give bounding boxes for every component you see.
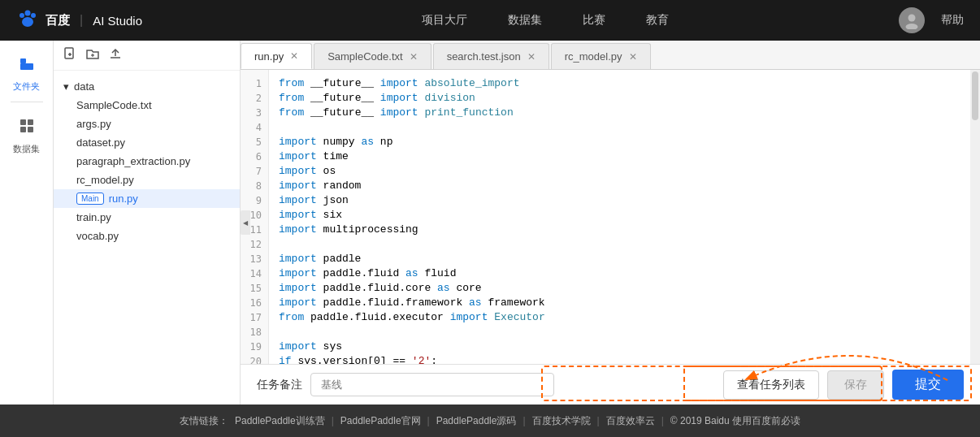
nav-link-projects[interactable]: 项目大厅: [422, 13, 467, 28]
file-item[interactable]: dataset.py: [54, 133, 240, 152]
code-line: from __future__ import absolute_import: [279, 76, 970, 91]
new-folder-icon[interactable]: [86, 47, 99, 63]
submit-button[interactable]: 提交: [892, 370, 964, 400]
new-file-icon[interactable]: [63, 47, 76, 63]
code-line: import paddle.fluid.framework as framewo…: [279, 296, 970, 310]
tab-label: rc_model.py: [565, 50, 622, 63]
tab-run-py[interactable]: run.py ✕: [241, 43, 312, 69]
editor-area: ◀ run.py ✕ SampleCode.txt ✕ search.test.…: [241, 41, 980, 405]
file-item[interactable]: rc_model.py: [54, 171, 240, 189]
code-line: import multiprocessing: [279, 223, 970, 237]
tab-close-icon[interactable]: ✕: [290, 50, 298, 62]
svg-point-2: [31, 13, 36, 18]
folder-chevron: ▾: [63, 80, 69, 93]
submit-bar-left: 任务备注: [257, 373, 710, 396]
file-item[interactable]: SampleCode.txt: [54, 96, 240, 115]
logo-ai-studio: AI Studio: [93, 14, 142, 28]
file-item[interactable]: train.py: [54, 208, 240, 227]
submit-bar-right: 查看任务列表 保存 提交: [723, 370, 964, 400]
nav-link-compete[interactable]: 比赛: [583, 13, 605, 28]
logo-divider: |: [80, 13, 83, 28]
sidebar-dataset-label: 数据集: [13, 143, 40, 155]
svg-rect-12: [65, 48, 73, 58]
sidebar-divider: [11, 102, 43, 102]
svg-point-4: [908, 15, 916, 22]
svg-rect-7: [20, 63, 33, 70]
file-item[interactable]: args.py: [54, 115, 240, 133]
sidebar: 文件夹 数据集: [0, 41, 54, 405]
folder-data[interactable]: ▾ data: [54, 77, 240, 96]
footer: 友情链接： PaddlePaddle训练营 | PaddlePaddle官网 |…: [0, 405, 980, 437]
nav-right: 帮助: [899, 7, 964, 33]
file-item[interactable]: paragraph_extraction.py: [54, 152, 240, 171]
main-layout: 文件夹 数据集: [0, 41, 980, 405]
baidu-logo: [16, 9, 39, 32]
tab-label: SampleCode.txt: [327, 50, 403, 63]
nav-link-datasets[interactable]: 数据集: [508, 13, 542, 28]
sidebar-files-icon[interactable]: [11, 49, 43, 77]
footer-link-3[interactable]: PaddlePaddle源码: [436, 414, 517, 428]
tab-search-json[interactable]: search.test.json ✕: [433, 43, 549, 69]
code-line: import numpy as np: [279, 135, 970, 149]
svg-point-0: [20, 13, 24, 18]
upload-icon[interactable]: [109, 47, 122, 63]
tab-close-icon[interactable]: ✕: [527, 51, 536, 63]
tab-rc-model[interactable]: rc_model.py ✕: [551, 43, 651, 69]
code-line: import paddle.fluid.core as core: [279, 281, 970, 296]
sidebar-dataset-icon[interactable]: [11, 111, 43, 140]
svg-point-3: [22, 17, 33, 27]
scrollbar-thumb[interactable]: [972, 71, 978, 120]
view-tasks-button[interactable]: 查看任务列表: [723, 370, 819, 400]
baseline-input[interactable]: [310, 373, 554, 396]
tab-label: search.test.json: [447, 50, 521, 63]
file-name: vocab.py: [76, 230, 119, 242]
tab-close-icon[interactable]: ✕: [629, 51, 637, 63]
file-panel: ▾ data SampleCode.txt args.py dataset.py…: [54, 41, 241, 405]
task-label: 任务备注: [257, 378, 302, 392]
tab-samplecode[interactable]: SampleCode.txt ✕: [314, 43, 431, 69]
code-line: import time: [279, 149, 970, 164]
svg-rect-8: [20, 119, 26, 125]
sidebar-files-label: 文件夹: [13, 80, 40, 93]
code-line: import random: [279, 179, 970, 193]
nav-help[interactable]: 帮助: [941, 13, 964, 28]
code-editor[interactable]: from __future__ import absolute_import f…: [269, 70, 980, 364]
file-name: args.py: [76, 118, 111, 130]
editor-tabs: run.py ✕ SampleCode.txt ✕ search.test.js…: [241, 41, 980, 70]
file-name: run.py: [109, 193, 138, 205]
save-button[interactable]: 保存: [827, 370, 884, 400]
file-name: train.py: [76, 211, 111, 223]
code-line: import sys: [279, 340, 970, 354]
code-line: import os: [279, 164, 970, 179]
code-line: from paddle.fluid.executor import Execut…: [279, 310, 970, 325]
editor-content: 1234 5678 9101112 13141516 17181920 2122…: [241, 70, 980, 364]
file-name: dataset.py: [76, 136, 125, 149]
file-item[interactable]: vocab.py: [54, 227, 240, 245]
submit-bar: 任务备注 查看任务列表 保存 提交: [241, 364, 980, 405]
tab-close-icon[interactable]: ✕: [410, 51, 418, 63]
footer-copyright: © 2019 Baidu 使用百度前必读: [670, 414, 800, 428]
footer-link-5[interactable]: 百度效率云: [606, 414, 655, 428]
sidebar-files-group: 文件夹: [11, 49, 43, 93]
file-tree: ▾ data SampleCode.txt args.py dataset.py…: [54, 71, 240, 405]
file-item-active[interactable]: Main run.py: [54, 189, 240, 208]
logo-baidu-text: 百度: [46, 13, 70, 28]
main-badge: Main: [76, 193, 104, 205]
file-toolbar: [54, 41, 240, 71]
footer-link-2[interactable]: PaddlePaddle官网: [340, 414, 421, 428]
footer-link-4[interactable]: 百度技术学院: [532, 414, 591, 428]
code-line: [279, 237, 970, 252]
code-line: import paddle: [279, 252, 970, 266]
svg-rect-6: [20, 58, 26, 63]
file-name: SampleCode.txt: [76, 99, 152, 111]
file-name: rc_model.py: [76, 174, 134, 186]
code-line: from __future__ import print_function: [279, 106, 970, 120]
nav-link-education[interactable]: 教育: [646, 13, 669, 28]
user-avatar[interactable]: [899, 7, 925, 33]
collapse-panel-arrow[interactable]: ◀: [241, 210, 250, 235]
code-line: [279, 120, 970, 135]
code-line: [279, 325, 970, 340]
footer-link-1[interactable]: PaddlePaddle训练营: [235, 414, 325, 428]
vertical-scrollbar[interactable]: [970, 70, 980, 364]
svg-point-5: [906, 24, 918, 29]
